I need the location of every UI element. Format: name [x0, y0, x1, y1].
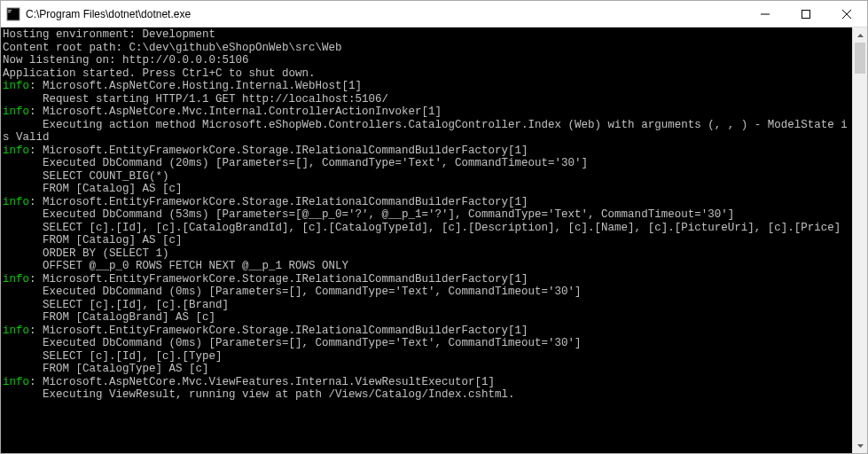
svg-rect-1 [8, 10, 12, 11]
log-header: info: Microsoft.EntityFrameworkCore.Stor… [3, 196, 852, 209]
minimize-button[interactable] [745, 1, 786, 27]
svg-rect-2 [8, 12, 11, 12]
log-body-line: Request starting HTTP/1.1 GET http://loc… [3, 93, 852, 106]
log-body-line: Executed DbCommand (0ms) [Parameters=[],… [3, 337, 852, 350]
log-body-line: Executed DbCommand (20ms) [Parameters=[]… [3, 157, 852, 170]
console-output[interactable]: Hosting environment: DevelopmentContent … [1, 27, 852, 453]
console-line: Hosting environment: Development [3, 28, 852, 42]
window-title: C:\Program Files\dotnet\dotnet.exe [26, 8, 745, 20]
log-body-line: SELECT [c].[Id], [c].[CatalogBrandId], [… [3, 222, 852, 235]
log-body-line: Executed DbCommand (0ms) [Parameters=[],… [3, 286, 852, 299]
log-body-line: FROM [Catalog] AS [c] [3, 234, 852, 247]
scroll-track[interactable] [853, 43, 867, 438]
log-level: info [3, 376, 29, 388]
console-line: Now listening on: http://0.0.0.0:5106 [3, 54, 852, 67]
svg-marker-8 [857, 444, 864, 448]
scroll-up-arrow[interactable] [853, 27, 867, 43]
titlebar: C:\Program Files\dotnet\dotnet.exe [1, 1, 867, 27]
log-body-line: Executed DbCommand (53ms) [Parameters=[@… [3, 208, 852, 222]
log-level: info [3, 325, 29, 337]
log-body-line: SELECT [c].[Id], [c].[Type] [3, 350, 852, 364]
log-body-line: SELECT [c].[Id], [c].[Brand] [3, 299, 852, 312]
log-header: info: Microsoft.EntityFrameworkCore.Stor… [3, 145, 852, 158]
app-icon [6, 7, 20, 21]
log-body-line: FROM [CatalogBrand] AS [c] [3, 311, 852, 325]
log-body-line: Executing ViewResult, running view at pa… [3, 388, 852, 402]
maximize-button[interactable] [786, 1, 826, 27]
log-body-line: ORDER BY (SELECT 1) [3, 247, 852, 261]
log-header: info: Microsoft.EntityFrameworkCore.Stor… [3, 325, 852, 338]
svg-marker-7 [857, 34, 864, 37]
log-body-line: FROM [CatalogType] AS [c] [3, 363, 852, 376]
scroll-thumb[interactable] [855, 43, 865, 74]
log-header: info: Microsoft.AspNetCore.Hosting.Inter… [3, 80, 852, 93]
log-header: info: Microsoft.AspNetCore.Mvc.ViewFeatu… [3, 376, 852, 389]
log-level: info [3, 196, 29, 208]
log-header: info: Microsoft.EntityFrameworkCore.Stor… [3, 273, 852, 286]
console-area: Hosting environment: DevelopmentContent … [1, 27, 867, 453]
scrollbar[interactable] [852, 27, 867, 453]
log-level: info [3, 106, 29, 118]
console-line: Application started. Press Ctrl+C to shu… [3, 67, 852, 81]
log-level: info [3, 273, 29, 286]
close-button[interactable] [826, 1, 867, 27]
console-line: Content root path: C:\dev\github\eShopOn… [3, 42, 852, 55]
scroll-down-arrow[interactable] [853, 438, 867, 453]
log-body-line: OFFSET @__p_0 ROWS FETCH NEXT @__p_1 ROW… [3, 260, 852, 273]
log-body-line: SELECT COUNT_BIG(*) [3, 170, 852, 184]
log-body-line: Executing action method Microsoft.eShopW… [3, 119, 852, 145]
window-controls [745, 1, 867, 27]
svg-rect-4 [802, 10, 810, 18]
log-body-line: FROM [Catalog] AS [c] [3, 183, 852, 196]
log-level: info [3, 145, 29, 157]
log-level: info [3, 80, 29, 92]
log-header: info: Microsoft.AspNetCore.Mvc.Internal.… [3, 106, 852, 119]
